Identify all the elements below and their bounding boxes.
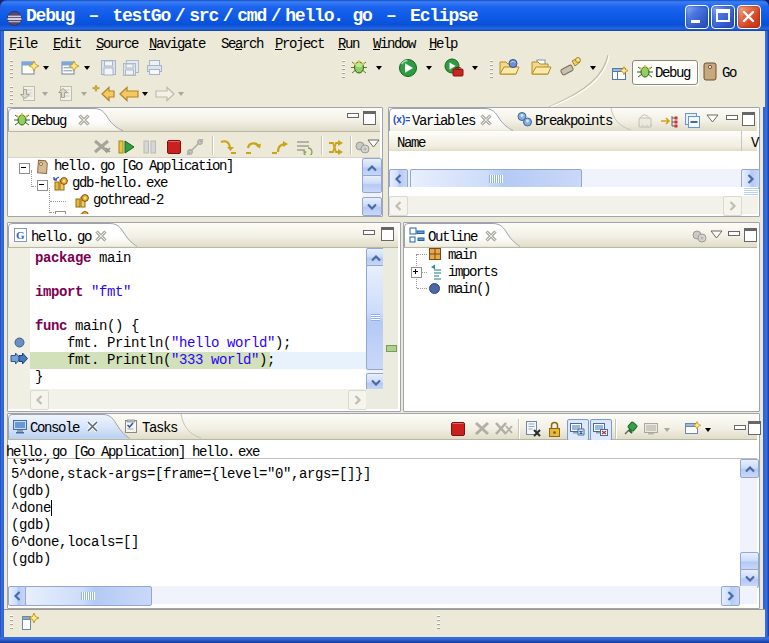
- svg-text:(x)=: (x)=: [393, 114, 410, 125]
- svg-text:...: ...: [641, 120, 654, 128]
- svg-text:G: G: [16, 229, 25, 241]
